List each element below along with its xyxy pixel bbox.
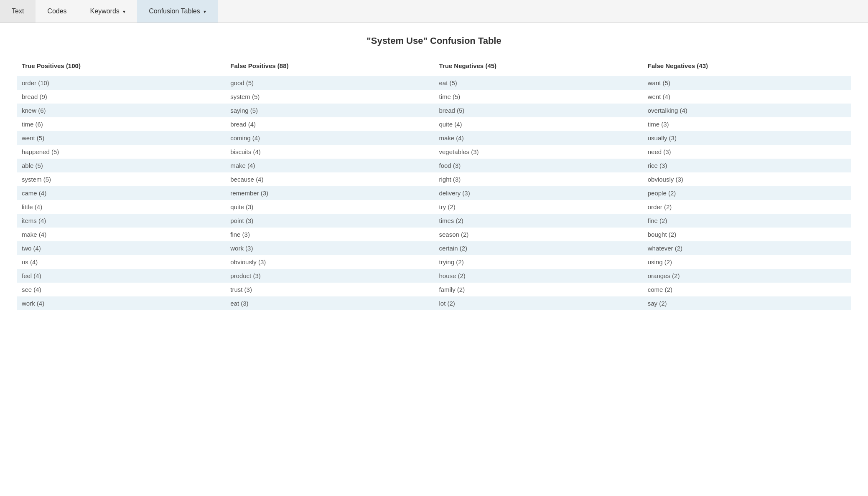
cell-fp: work (3) bbox=[225, 241, 434, 255]
cell-fp: eat (3) bbox=[225, 296, 434, 310]
cell-tp: able (5) bbox=[17, 159, 225, 172]
cell-fn: overtalking (4) bbox=[643, 104, 851, 117]
cell-fn: time (3) bbox=[643, 117, 851, 131]
table-row: make (4)fine (3)season (2)bought (2) bbox=[17, 228, 851, 241]
cell-tn: right (3) bbox=[434, 172, 643, 186]
cell-tn: trying (2) bbox=[434, 255, 643, 269]
cell-fp: saying (5) bbox=[225, 104, 434, 117]
cell-fn: people (2) bbox=[643, 186, 851, 200]
table-row: two (4)work (3)certain (2)whatever (2) bbox=[17, 241, 851, 255]
cell-fn: obviously (3) bbox=[643, 172, 851, 186]
nav-confusion-tables[interactable]: Confusion Tables ▾ bbox=[137, 0, 218, 23]
cell-tn: food (3) bbox=[434, 159, 643, 172]
cell-fp: remember (3) bbox=[225, 186, 434, 200]
cell-tn: vegetables (3) bbox=[434, 145, 643, 159]
table-row: little (4)quite (3)try (2)order (2) bbox=[17, 200, 851, 214]
cell-tp: system (5) bbox=[17, 172, 225, 186]
table-row: us (4)obviously (3)trying (2)using (2) bbox=[17, 255, 851, 269]
table-row: time (6)bread (4)quite (4)time (3) bbox=[17, 117, 851, 131]
cell-fn: whatever (2) bbox=[643, 241, 851, 255]
cell-fp: fine (3) bbox=[225, 228, 434, 241]
table-row: bread (9)system (5)time (5)went (4) bbox=[17, 90, 851, 104]
cell-tp: went (5) bbox=[17, 131, 225, 145]
table-row: see (4)trust (3)family (2)come (2) bbox=[17, 283, 851, 296]
cell-tn: delivery (3) bbox=[434, 186, 643, 200]
cell-fn: come (2) bbox=[643, 283, 851, 296]
cell-fp: point (3) bbox=[225, 214, 434, 228]
fn-header: False Negatives (43) bbox=[643, 58, 851, 76]
cell-fn: need (3) bbox=[643, 145, 851, 159]
cell-fp: trust (3) bbox=[225, 283, 434, 296]
cell-tn: family (2) bbox=[434, 283, 643, 296]
cell-fn: fine (2) bbox=[643, 214, 851, 228]
cell-fn: went (4) bbox=[643, 90, 851, 104]
confusion-table: True Positives (100) False Positives (88… bbox=[17, 58, 851, 310]
tp-header: True Positives (100) bbox=[17, 58, 225, 76]
cell-tp: feel (4) bbox=[17, 269, 225, 283]
page-content: "System Use" Confusion Table True Positi… bbox=[0, 23, 868, 319]
cell-fp: coming (4) bbox=[225, 131, 434, 145]
table-row: happened (5)biscuits (4)vegetables (3)ne… bbox=[17, 145, 851, 159]
cell-tn: quite (4) bbox=[434, 117, 643, 131]
cell-fp: bread (4) bbox=[225, 117, 434, 131]
cell-tp: came (4) bbox=[17, 186, 225, 200]
table-row: order (10)good (5)eat (5)want (5) bbox=[17, 76, 851, 90]
cell-fp: product (3) bbox=[225, 269, 434, 283]
cell-tp: happened (5) bbox=[17, 145, 225, 159]
nav-bar: Text Codes Keywords ▾ Confusion Tables ▾ bbox=[0, 0, 868, 23]
cell-fn: using (2) bbox=[643, 255, 851, 269]
cell-tn: eat (5) bbox=[434, 76, 643, 90]
cell-fp: system (5) bbox=[225, 90, 434, 104]
nav-text[interactable]: Text bbox=[0, 0, 36, 23]
cell-fp: because (4) bbox=[225, 172, 434, 186]
page-title: "System Use" Confusion Table bbox=[17, 35, 851, 46]
cell-fp: good (5) bbox=[225, 76, 434, 90]
table-row: came (4)remember (3)delivery (3)people (… bbox=[17, 186, 851, 200]
cell-tp: bread (9) bbox=[17, 90, 225, 104]
table-row: work (4)eat (3)lot (2)say (2) bbox=[17, 296, 851, 310]
cell-tn: try (2) bbox=[434, 200, 643, 214]
cell-tp: time (6) bbox=[17, 117, 225, 131]
cell-tp: knew (6) bbox=[17, 104, 225, 117]
cell-tn: lot (2) bbox=[434, 296, 643, 310]
cell-fn: order (2) bbox=[643, 200, 851, 214]
cell-fp: make (4) bbox=[225, 159, 434, 172]
cell-fn: rice (3) bbox=[643, 159, 851, 172]
cell-tn: certain (2) bbox=[434, 241, 643, 255]
cell-fn: bought (2) bbox=[643, 228, 851, 241]
cell-tn: times (2) bbox=[434, 214, 643, 228]
cell-tp: items (4) bbox=[17, 214, 225, 228]
table-body: order (10)good (5)eat (5)want (5)bread (… bbox=[17, 76, 851, 310]
cell-tp: us (4) bbox=[17, 255, 225, 269]
cell-fn: usually (3) bbox=[643, 131, 851, 145]
table-row: able (5)make (4)food (3)rice (3) bbox=[17, 159, 851, 172]
nav-codes[interactable]: Codes bbox=[36, 0, 78, 23]
cell-tp: two (4) bbox=[17, 241, 225, 255]
table-row: system (5)because (4)right (3)obviously … bbox=[17, 172, 851, 186]
confusion-tables-dropdown-icon: ▾ bbox=[204, 9, 206, 15]
table-row: items (4)point (3)times (2)fine (2) bbox=[17, 214, 851, 228]
table-row: knew (6)saying (5)bread (5)overtalking (… bbox=[17, 104, 851, 117]
table-row: feel (4)product (3)house (2)oranges (2) bbox=[17, 269, 851, 283]
cell-tp: see (4) bbox=[17, 283, 225, 296]
cell-fn: oranges (2) bbox=[643, 269, 851, 283]
nav-keywords[interactable]: Keywords ▾ bbox=[79, 0, 137, 23]
cell-tn: house (2) bbox=[434, 269, 643, 283]
table-header-row: True Positives (100) False Positives (88… bbox=[17, 58, 851, 76]
tn-header: True Negatives (45) bbox=[434, 58, 643, 76]
cell-fp: quite (3) bbox=[225, 200, 434, 214]
keywords-dropdown-icon: ▾ bbox=[123, 9, 125, 15]
cell-fp: obviously (3) bbox=[225, 255, 434, 269]
cell-tn: season (2) bbox=[434, 228, 643, 241]
cell-fn: want (5) bbox=[643, 76, 851, 90]
cell-tn: time (5) bbox=[434, 90, 643, 104]
cell-tn: make (4) bbox=[434, 131, 643, 145]
cell-tp: little (4) bbox=[17, 200, 225, 214]
cell-tp: order (10) bbox=[17, 76, 225, 90]
cell-tp: work (4) bbox=[17, 296, 225, 310]
fp-header: False Positives (88) bbox=[225, 58, 434, 76]
table-row: went (5)coming (4)make (4)usually (3) bbox=[17, 131, 851, 145]
cell-fn: say (2) bbox=[643, 296, 851, 310]
cell-tp: make (4) bbox=[17, 228, 225, 241]
cell-tn: bread (5) bbox=[434, 104, 643, 117]
